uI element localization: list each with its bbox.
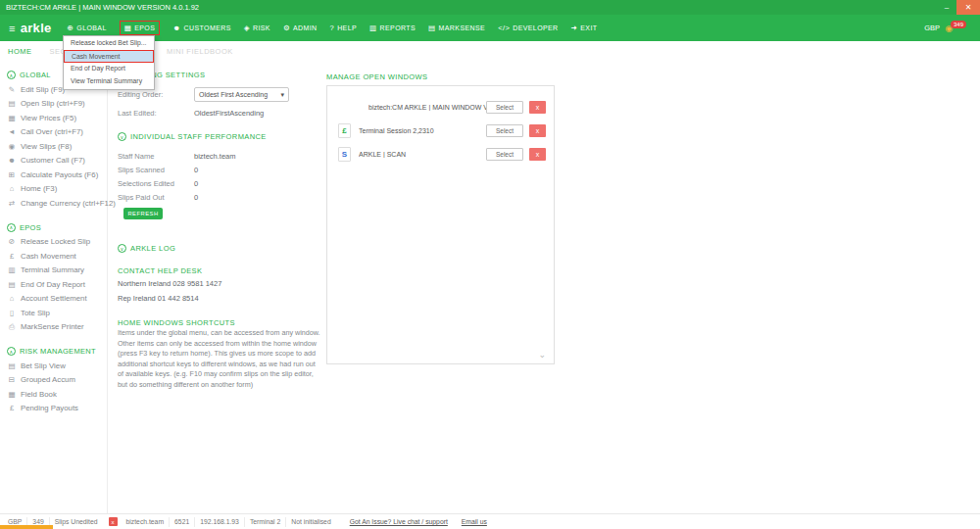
window-row-terminal-session: £ Terminal Session 2,2310 Select x xyxy=(327,119,554,142)
editing-order-select[interactable]: Oldest First Ascending ▾ xyxy=(194,87,289,102)
bank-icon: ⌂ xyxy=(7,294,17,303)
menu-item-help[interactable]: ? HELP xyxy=(330,24,357,32)
pound-icon: £ xyxy=(338,123,351,138)
eye-icon: ◉ xyxy=(7,142,17,151)
menu-item-global[interactable]: ⊕ GLOBAL xyxy=(68,24,107,32)
sidebar-item-bet-slip-view[interactable]: ▤ Bet Slip View xyxy=(0,359,107,373)
selections-edited-value: 0 xyxy=(194,179,198,188)
menu-item-epos[interactable]: ▦ EPOS xyxy=(120,21,161,35)
staff-name-value: biztech.team xyxy=(194,152,236,161)
menu-item-customers[interactable]: ☻ CUSTOMERS xyxy=(172,24,231,32)
support-link[interactable]: Got An Issue? Live chat / support xyxy=(350,518,448,525)
sidebar-group-title: RISK MANAGEMENT xyxy=(20,347,96,356)
status-ip: 192.168.1.93 xyxy=(195,517,245,527)
tab-home[interactable]: HOME xyxy=(8,47,32,56)
customers-icon: ☻ xyxy=(172,24,180,32)
sidebar-item-label: Cash Movement xyxy=(21,252,76,261)
slip-icon: ▤ xyxy=(7,361,17,370)
select-window-button[interactable]: Select xyxy=(486,101,523,114)
sidebar-item-terminal-summary[interactable]: ▥ Terminal Summary xyxy=(0,264,107,278)
dropdown-item-view-terminal-summary[interactable]: View Terminal Summary xyxy=(64,75,154,88)
scroll-down-icon[interactable]: ⌄ xyxy=(538,350,546,360)
sidebar-item-view-prices[interactable]: ▦ View Prices (F5) xyxy=(0,111,107,125)
menu-item-risk[interactable]: ◈ RISK xyxy=(244,24,270,32)
sidebar-item-tote-slip[interactable]: ▯ Tote Slip xyxy=(0,306,107,320)
slip-count-badge: 349 xyxy=(951,21,966,28)
lock-icon: ⚙ xyxy=(283,24,290,32)
sidebar-item-view-slips[interactable]: ◉ View Slips (F8) xyxy=(0,139,107,154)
dropdown-item-cash-movement[interactable]: Cash Movement xyxy=(64,50,154,63)
menu-label: CUSTOMERS xyxy=(184,24,231,31)
currency-indicator[interactable]: GBP ◉ 349 xyxy=(924,24,968,33)
arkle-log-header[interactable]: ∨ ARKLE LOG xyxy=(118,244,175,253)
sidebar-item-open-slip[interactable]: ▤ Open Slip (ctrl+F9) xyxy=(0,97,107,112)
last-edited-value: OldestFirstAscending xyxy=(194,109,264,118)
sidebar-item-pending-payouts[interactable]: £ Pending Payouts xyxy=(0,402,107,416)
menu-item-exit[interactable]: ➜ EXIT xyxy=(571,24,598,32)
close-window-button[interactable]: x xyxy=(529,148,546,161)
section-title: ARKLE LOG xyxy=(130,244,175,253)
window-row-scan: S ARKLE | SCAN Select x xyxy=(327,142,554,166)
dropdown-item-end-of-day-report[interactable]: End of Day Report xyxy=(64,63,154,75)
menu-item-developer[interactable]: </> DEVELOPER xyxy=(498,24,558,32)
sidebar-group-risk-management[interactable]: ∧ RISK MANAGEMENT xyxy=(0,344,107,359)
slips-scanned-label: Slips Scanned xyxy=(118,166,165,174)
currency-exchange-icon: ⇄ xyxy=(7,199,17,208)
sidebar-item-release-locked-slip[interactable]: ⊘ Release Locked Slip xyxy=(0,235,107,250)
sidebar-item-label: MarkSense Printer xyxy=(21,322,84,331)
horizontal-scrollbar-thumb[interactable] xyxy=(0,525,53,529)
status-bar: GBP 349 Slips Unedited x biztech.team 65… xyxy=(0,513,980,529)
left-sidebar: ∧ GLOBAL ✎ Edit Slip (F9) ▤ Open Slip (c… xyxy=(0,61,108,513)
close-window-button[interactable]: x xyxy=(529,124,546,137)
home-windows-shortcuts-header: HOME WINDOWS SHORTCUTS xyxy=(118,318,235,327)
sidebar-item-label: Account Settlement xyxy=(21,294,87,303)
sidebar-item-label: Change Currency (ctrl+F12) xyxy=(21,199,116,208)
logout-icon: ➜ xyxy=(571,24,578,32)
dropdown-item-release-locked-bet-slip[interactable]: Release locked Bet Slip... xyxy=(64,37,154,50)
menu-item-marksense[interactable]: ▤ MARKSENSE xyxy=(428,24,485,32)
sidebar-item-marksense-printer[interactable]: ⎙ MarkSense Printer xyxy=(0,320,107,335)
menu-item-admin[interactable]: ⚙ ADMIN xyxy=(283,24,318,32)
menu-label: GLOBAL xyxy=(76,24,106,31)
sidebar-item-grouped-accum[interactable]: ⊟ Grouped Accum xyxy=(0,373,107,388)
menu-item-reports[interactable]: ▥ REPORTS xyxy=(369,24,416,32)
printer-icon: ⎙ xyxy=(7,322,17,332)
status-state: Not initialised xyxy=(286,517,335,527)
minimize-icon[interactable]: – xyxy=(937,0,956,15)
staff-performance-header[interactable]: ∨ INDIVIDUAL STAFF PERFORMANCE xyxy=(118,132,267,141)
currency-label: GBP xyxy=(924,24,940,32)
menu-label: RISK xyxy=(253,24,270,31)
sidebar-item-cash-movement[interactable]: £ Cash Movement xyxy=(0,249,107,264)
app-logo[interactable]: ≡ arkle xyxy=(9,21,52,35)
sidebar-item-label: Field Book xyxy=(21,390,57,399)
email-link[interactable]: Email us xyxy=(462,518,487,525)
chart-icon: ▥ xyxy=(369,24,377,32)
sidebar-group-epos[interactable]: ∧ EPOS xyxy=(0,220,107,235)
menu-label: EPOS xyxy=(134,24,155,31)
sidebar-item-customer-call[interactable]: ☻ Customer Call (F7) xyxy=(0,154,107,168)
sidebar-item-calculate-payouts[interactable]: ⊞ Calculate Payouts (F6) xyxy=(0,168,107,182)
sidebar-item-home[interactable]: ⌂ Home (F3) xyxy=(0,182,107,197)
sidebar-item-call-over[interactable]: ◄ Call Over (ctrl+F7) xyxy=(0,125,107,140)
close-window-button[interactable]: x xyxy=(529,101,546,114)
sidebar-item-end-of-day-report[interactable]: ▤ End Of Day Report xyxy=(0,277,107,292)
select-window-button[interactable]: Select xyxy=(486,148,523,161)
manage-open-windows-header: MANAGE OPEN WINDOWS xyxy=(326,72,427,81)
tab-mini-fieldbook[interactable]: MINI FIELDBOOK xyxy=(167,47,233,56)
sidebar-item-label: Release Locked Slip xyxy=(21,237,90,246)
refresh-button[interactable]: REFRESH xyxy=(123,208,163,219)
close-icon[interactable]: ✕ xyxy=(956,0,980,15)
sidebar-item-field-book[interactable]: ▦ Field Book xyxy=(0,387,107,402)
pound-icon: £ xyxy=(7,404,17,412)
last-edited-label: Last Edited: xyxy=(118,109,157,118)
sidebar-item-label: Grouped Accum xyxy=(21,375,75,384)
sidebar-item-change-currency[interactable]: ⇄ Change Currency (ctrl+F12) xyxy=(0,196,107,211)
epos-dropdown-menu: Release locked Bet Slip... Cash Movement… xyxy=(63,35,155,90)
status-port: 6521 xyxy=(170,517,195,527)
menu-label: HELP xyxy=(337,24,357,31)
risk-icon: ◈ xyxy=(244,24,250,32)
open-windows-panel: biztech:CM ARKLE | MAIN WINDOW Versic Se… xyxy=(326,85,555,364)
sidebar-item-account-settlement[interactable]: ⌂ Account Settlement xyxy=(0,292,107,307)
select-window-button[interactable]: Select xyxy=(486,124,523,137)
code-icon: </> xyxy=(498,24,510,32)
